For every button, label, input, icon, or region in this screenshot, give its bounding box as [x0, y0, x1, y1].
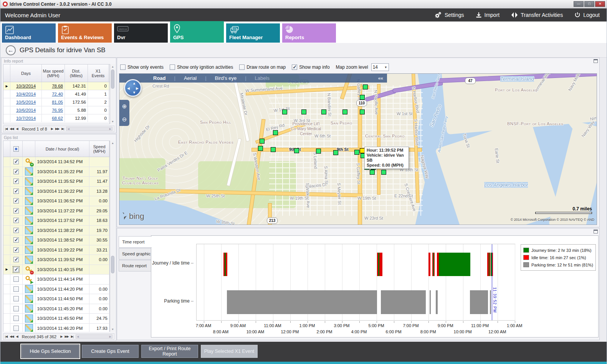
- gps-row[interactable]: ▶10/3/2014 11:44:14 PM: [3, 275, 109, 285]
- table-row[interactable]: 10/7/201468.6212.990: [3, 114, 109, 122]
- pager-next-button[interactable]: ▶: [60, 335, 62, 338]
- select-all-checkbox[interactable]: [13, 146, 19, 152]
- gps-point-marker[interactable]: [333, 150, 338, 155]
- collapse-toolbar-icon[interactable]: ««: [378, 76, 383, 81]
- table-row[interactable]: ▶10/3/201478.68142.310: [3, 82, 109, 90]
- gps-row[interactable]: 10/3/2014 11:37:52 PM18.63: [3, 216, 109, 226]
- gps-list-scrollbar[interactable]: ▲▼: [110, 141, 115, 332]
- map-panel-restore-icon[interactable]: [594, 59, 598, 63]
- map-view-road[interactable]: Road: [153, 75, 166, 81]
- gps-row[interactable]: 10/3/2014 11:46:20 PM17.93: [3, 324, 109, 332]
- settings-button[interactable]: Settings: [434, 12, 464, 18]
- gps-row-checkbox[interactable]: [13, 276, 19, 282]
- gps-row[interactable]: 10/3/2014 11:45:20 PM0.00: [3, 304, 109, 314]
- import-button[interactable]: Import: [476, 12, 500, 18]
- map-zoom-select[interactable]: 14▼: [371, 63, 389, 71]
- table-row[interactable]: 10/5/201481.05172.562: [3, 98, 109, 106]
- map-option-checkbox[interactable]: [239, 65, 245, 70]
- gps-row[interactable]: +10/3/2014 11:34:52 PM: [3, 157, 109, 167]
- bing-map[interactable]: Crest RdMiraleste DrEl Rey RdHightide Dr…: [119, 73, 597, 225]
- gps-row-checkbox[interactable]: [13, 169, 19, 174]
- pager-next-button[interactable]: ▶: [51, 127, 53, 131]
- minimize-button[interactable]: —: [574, 1, 584, 7]
- gps-row[interactable]: 10/3/2014 11:39:52 PM0.00: [3, 255, 109, 265]
- report-tab-time-report[interactable]: Time report: [119, 236, 152, 248]
- map-view-labels[interactable]: Labels: [255, 75, 270, 81]
- gps-point-marker[interactable]: [282, 109, 287, 114]
- pager-hscrollbar[interactable]: ◀▶: [66, 127, 112, 131]
- gps-point-marker[interactable]: [321, 109, 326, 114]
- gps-row-checkbox[interactable]: [13, 257, 19, 262]
- map-compass-control[interactable]: ▲▼ ◀▶: [124, 79, 142, 97]
- gps-row[interactable]: 10/3/2014 11:35:22 PM11.97: [3, 167, 109, 177]
- gps-row-checkbox[interactable]: [13, 296, 19, 301]
- gps-row[interactable]: 10/3/2014 11:44:20 PM0.00: [3, 285, 109, 295]
- gps-row[interactable]: 10/3/2014 11:45:50 PM24.75: [3, 314, 109, 324]
- pager-next-page-button[interactable]: ▶▶: [55, 127, 59, 131]
- max-speed-link[interactable]: 76.95: [42, 106, 65, 114]
- report-tab-route-report[interactable]: Route report: [119, 260, 151, 271]
- maximize-button[interactable]: □: [584, 1, 594, 7]
- tab-dvr[interactable]: MERGEDvr: [114, 23, 168, 43]
- gps-point-marker[interactable]: [301, 109, 306, 114]
- gps-row-checkbox[interactable]: [13, 228, 19, 233]
- pager-last-button[interactable]: ▶|: [61, 127, 64, 131]
- gps-row-checkbox[interactable]: [13, 316, 19, 321]
- info-report-scrollbar[interactable]: ▲▼: [110, 64, 115, 124]
- gps-point-marker[interactable]: [381, 170, 386, 175]
- gps-point-marker[interactable]: [260, 139, 265, 144]
- logout-button[interactable]: Logout: [574, 12, 600, 18]
- report-tab-speed-graphic[interactable]: Speed graphic: [119, 248, 151, 260]
- gps-point-marker[interactable]: [342, 109, 347, 114]
- gps-row-checkbox[interactable]: [13, 189, 19, 194]
- gps-row[interactable]: 10/3/2014 11:37:22 PM29.05: [3, 206, 109, 216]
- pager-first-button[interactable]: |◀: [5, 127, 7, 131]
- gps-point-marker[interactable]: [294, 148, 299, 153]
- tab-events-reviews[interactable]: Events & Reviews: [58, 23, 112, 43]
- day-link[interactable]: 10/3/2014: [10, 82, 42, 90]
- gps-row[interactable]: 10/3/2014 11:39:22 PM33.21: [3, 245, 109, 255]
- gps-row-checkbox[interactable]: [13, 159, 19, 164]
- max-speed-link[interactable]: 78.68: [42, 82, 65, 90]
- tab-gps[interactable]: GPS: [170, 22, 224, 43]
- gps-point-marker[interactable]: [354, 150, 359, 155]
- max-speed-link[interactable]: 68.62: [42, 114, 65, 122]
- max-speed-link[interactable]: 81.05: [42, 98, 65, 106]
- map-view-bird-s-eye[interactable]: Bird's eye: [215, 75, 237, 81]
- day-link[interactable]: 10/7/2014: [10, 114, 42, 122]
- gps-row-checkbox[interactable]: [13, 306, 19, 311]
- day-link[interactable]: 10/6/2014: [10, 106, 42, 114]
- gps-point-marker[interactable]: [316, 149, 321, 154]
- gps-row[interactable]: ▶−10/3/2014 11:40:15 PM: [3, 265, 109, 275]
- pager-prev-button[interactable]: ◀: [16, 127, 18, 131]
- gps-point-marker[interactable]: [360, 95, 365, 100]
- map-zoom-in-button[interactable]: ⊕: [122, 103, 127, 110]
- gps-row-checkbox[interactable]: [13, 198, 19, 204]
- create-gps-event-button[interactable]: Create Gps Event: [82, 345, 139, 358]
- gps-row-checkbox[interactable]: [13, 208, 19, 213]
- gps-point-marker[interactable]: [273, 130, 278, 135]
- export-print-route-report-button[interactable]: Export / Print Route Report: [141, 345, 198, 358]
- gps-row-checkbox[interactable]: [13, 218, 19, 223]
- gps-row[interactable]: 10/3/2014 11:38:52 PM30.55: [3, 235, 109, 245]
- gps-row-checkbox[interactable]: [13, 179, 19, 184]
- gps-row[interactable]: 10/3/2014 11:38:22 PM19.70: [3, 226, 109, 236]
- close-button[interactable]: ✕: [595, 1, 605, 7]
- gps-row[interactable]: 10/3/2014 11:44:50 PM0.00: [3, 294, 109, 304]
- gps-point-marker[interactable]: [363, 84, 368, 89]
- tab-reports[interactable]: Reports: [282, 23, 336, 43]
- chart-panel-restore-icon[interactable]: [594, 230, 598, 233]
- pager-last-button[interactable]: ▶|: [71, 335, 73, 338]
- hide-gps-selection-button[interactable]: Hide Gps Selection: [22, 345, 79, 358]
- gps-point-marker[interactable]: [370, 170, 375, 175]
- day-link[interactable]: 10/4/2014: [10, 90, 42, 98]
- gps-row[interactable]: 10/3/2014 11:36:52 PM0.00: [3, 196, 109, 206]
- gps-point-marker[interactable]: [258, 146, 263, 151]
- pager-prev-page-button[interactable]: ◀◀: [10, 335, 13, 338]
- tab-dashboard[interactable]: Dashboard: [2, 23, 56, 43]
- map-option-checkbox[interactable]: [170, 65, 175, 70]
- transfer-activities-button[interactable]: Transfer Activities: [511, 12, 563, 18]
- gps-row-checkbox[interactable]: [13, 247, 19, 253]
- gps-row-checkbox[interactable]: [13, 237, 19, 243]
- pager-prev-page-button[interactable]: ◀◀: [10, 127, 13, 131]
